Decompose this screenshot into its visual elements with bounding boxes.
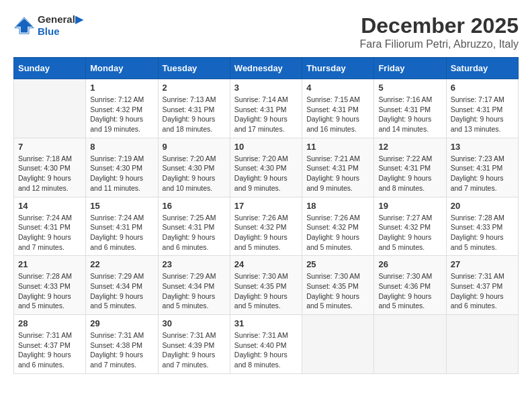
day-info: Sunrise: 7:15 AM Sunset: 4:31 PM Dayligh…	[306, 95, 369, 134]
calendar-cell: 6Sunrise: 7:17 AM Sunset: 4:31 PM Daylig…	[446, 79, 518, 138]
day-number: 28	[18, 318, 81, 328]
calendar-cell: 28Sunrise: 7:31 AM Sunset: 4:37 PM Dayli…	[14, 315, 86, 374]
day-number: 5	[378, 83, 441, 93]
day-number: 15	[90, 201, 153, 211]
day-number: 21	[18, 259, 81, 269]
day-info: Sunrise: 7:27 AM Sunset: 4:32 PM Dayligh…	[378, 213, 441, 253]
day-info: Sunrise: 7:18 AM Sunset: 4:30 PM Dayligh…	[18, 154, 81, 193]
logo: General▶ Blue	[13, 13, 83, 37]
day-info: Sunrise: 7:20 AM Sunset: 4:30 PM Dayligh…	[234, 154, 298, 193]
day-number: 10	[234, 142, 298, 152]
day-number: 30	[163, 318, 226, 328]
calendar-header-thursday: Thursday	[302, 58, 374, 79]
day-number: 25	[306, 259, 369, 269]
day-info: Sunrise: 7:21 AM Sunset: 4:31 PM Dayligh…	[306, 154, 369, 193]
day-number: 29	[90, 318, 153, 328]
calendar-cell: 15Sunrise: 7:24 AM Sunset: 4:31 PM Dayli…	[86, 197, 158, 256]
day-info: Sunrise: 7:24 AM Sunset: 4:31 PM Dayligh…	[90, 213, 153, 253]
month-title: December 2025	[359, 13, 519, 38]
day-number: 31	[234, 318, 298, 328]
calendar-cell: 3Sunrise: 7:14 AM Sunset: 4:31 PM Daylig…	[230, 79, 302, 138]
calendar-cell: 30Sunrise: 7:31 AM Sunset: 4:39 PM Dayli…	[158, 315, 230, 374]
calendar-cell: 26Sunrise: 7:30 AM Sunset: 4:36 PM Dayli…	[374, 256, 446, 315]
calendar-cell: 5Sunrise: 7:16 AM Sunset: 4:31 PM Daylig…	[374, 79, 446, 138]
day-number: 8	[90, 142, 153, 152]
page-header: General▶ Blue December 2025 Fara Filioru…	[13, 13, 519, 50]
day-number: 4	[306, 83, 369, 93]
day-info: Sunrise: 7:28 AM Sunset: 4:33 PM Dayligh…	[18, 271, 81, 311]
calendar-cell: 10Sunrise: 7:20 AM Sunset: 4:30 PM Dayli…	[230, 138, 302, 197]
day-number: 20	[451, 201, 514, 211]
day-number: 23	[163, 259, 226, 269]
calendar-cell: 8Sunrise: 7:19 AM Sunset: 4:30 PM Daylig…	[86, 138, 158, 197]
day-info: Sunrise: 7:16 AM Sunset: 4:31 PM Dayligh…	[378, 95, 441, 134]
day-info: Sunrise: 7:30 AM Sunset: 4:36 PM Dayligh…	[378, 271, 441, 311]
calendar-cell	[446, 315, 518, 374]
calendar-cell	[302, 315, 374, 374]
calendar-header-sunday: Sunday	[14, 58, 86, 79]
calendar-cell: 24Sunrise: 7:30 AM Sunset: 4:35 PM Dayli…	[230, 256, 302, 315]
day-number: 13	[451, 142, 514, 152]
day-number: 9	[163, 142, 226, 152]
calendar-table: SundayMondayTuesdayWednesdayThursdayFrid…	[13, 57, 519, 374]
day-info: Sunrise: 7:29 AM Sunset: 4:34 PM Dayligh…	[163, 271, 226, 311]
day-info: Sunrise: 7:13 AM Sunset: 4:31 PM Dayligh…	[163, 95, 226, 134]
calendar-cell: 7Sunrise: 7:18 AM Sunset: 4:30 PM Daylig…	[14, 138, 86, 197]
day-info: Sunrise: 7:29 AM Sunset: 4:34 PM Dayligh…	[90, 271, 153, 311]
day-info: Sunrise: 7:12 AM Sunset: 4:32 PM Dayligh…	[90, 95, 153, 134]
calendar-cell: 20Sunrise: 7:28 AM Sunset: 4:33 PM Dayli…	[446, 197, 518, 256]
day-number: 11	[306, 142, 369, 152]
day-info: Sunrise: 7:24 AM Sunset: 4:31 PM Dayligh…	[18, 213, 81, 253]
location-title: Fara Filiorum Petri, Abruzzo, Italy	[359, 38, 519, 50]
title-area: December 2025 Fara Filiorum Petri, Abruz…	[359, 13, 519, 50]
day-info: Sunrise: 7:26 AM Sunset: 4:32 PM Dayligh…	[306, 213, 369, 253]
calendar-cell: 4Sunrise: 7:15 AM Sunset: 4:31 PM Daylig…	[302, 79, 374, 138]
calendar-cell: 27Sunrise: 7:31 AM Sunset: 4:37 PM Dayli…	[446, 256, 518, 315]
day-info: Sunrise: 7:30 AM Sunset: 4:35 PM Dayligh…	[306, 271, 369, 311]
day-number: 16	[163, 201, 226, 211]
calendar-cell: 25Sunrise: 7:30 AM Sunset: 4:35 PM Dayli…	[302, 256, 374, 315]
day-info: Sunrise: 7:17 AM Sunset: 4:31 PM Dayligh…	[451, 95, 514, 134]
logo-icon	[13, 16, 35, 35]
calendar-header-tuesday: Tuesday	[158, 58, 230, 79]
day-info: Sunrise: 7:20 AM Sunset: 4:30 PM Dayligh…	[163, 154, 226, 193]
calendar-cell: 31Sunrise: 7:31 AM Sunset: 4:40 PM Dayli…	[230, 315, 302, 374]
calendar-cell: 19Sunrise: 7:27 AM Sunset: 4:32 PM Dayli…	[374, 197, 446, 256]
day-info: Sunrise: 7:23 AM Sunset: 4:31 PM Dayligh…	[451, 154, 514, 193]
calendar-header-monday: Monday	[86, 58, 158, 79]
day-number: 17	[234, 201, 298, 211]
day-info: Sunrise: 7:31 AM Sunset: 4:39 PM Dayligh…	[163, 330, 226, 370]
calendar-cell: 12Sunrise: 7:22 AM Sunset: 4:31 PM Dayli…	[374, 138, 446, 197]
calendar-cell: 21Sunrise: 7:28 AM Sunset: 4:33 PM Dayli…	[14, 256, 86, 315]
calendar-cell: 11Sunrise: 7:21 AM Sunset: 4:31 PM Dayli…	[302, 138, 374, 197]
day-info: Sunrise: 7:31 AM Sunset: 4:37 PM Dayligh…	[451, 271, 514, 311]
day-info: Sunrise: 7:31 AM Sunset: 4:38 PM Dayligh…	[90, 330, 153, 370]
calendar-header-wednesday: Wednesday	[230, 58, 302, 79]
day-info: Sunrise: 7:14 AM Sunset: 4:31 PM Dayligh…	[234, 95, 298, 134]
day-number: 19	[378, 201, 441, 211]
calendar-week-row: 7Sunrise: 7:18 AM Sunset: 4:30 PM Daylig…	[14, 138, 519, 197]
day-info: Sunrise: 7:19 AM Sunset: 4:30 PM Dayligh…	[90, 154, 153, 193]
calendar-header-friday: Friday	[374, 58, 446, 79]
calendar-week-row: 1Sunrise: 7:12 AM Sunset: 4:32 PM Daylig…	[14, 79, 519, 138]
day-number: 1	[90, 83, 153, 93]
day-number: 27	[451, 259, 514, 269]
logo-text: General▶ Blue	[38, 13, 83, 37]
calendar-cell	[374, 315, 446, 374]
calendar-cell: 2Sunrise: 7:13 AM Sunset: 4:31 PM Daylig…	[158, 79, 230, 138]
calendar-cell: 23Sunrise: 7:29 AM Sunset: 4:34 PM Dayli…	[158, 256, 230, 315]
day-info: Sunrise: 7:31 AM Sunset: 4:40 PM Dayligh…	[234, 330, 298, 370]
day-info: Sunrise: 7:31 AM Sunset: 4:37 PM Dayligh…	[18, 330, 81, 370]
day-number: 22	[90, 259, 153, 269]
calendar-week-row: 28Sunrise: 7:31 AM Sunset: 4:37 PM Dayli…	[14, 315, 519, 374]
calendar-cell: 16Sunrise: 7:25 AM Sunset: 4:31 PM Dayli…	[158, 197, 230, 256]
calendar-cell: 1Sunrise: 7:12 AM Sunset: 4:32 PM Daylig…	[86, 79, 158, 138]
calendar-week-row: 14Sunrise: 7:24 AM Sunset: 4:31 PM Dayli…	[14, 197, 519, 256]
calendar-cell: 17Sunrise: 7:26 AM Sunset: 4:32 PM Dayli…	[230, 197, 302, 256]
day-info: Sunrise: 7:30 AM Sunset: 4:35 PM Dayligh…	[234, 271, 298, 311]
day-info: Sunrise: 7:22 AM Sunset: 4:31 PM Dayligh…	[378, 154, 441, 193]
day-number: 12	[378, 142, 441, 152]
calendar-cell: 14Sunrise: 7:24 AM Sunset: 4:31 PM Dayli…	[14, 197, 86, 256]
calendar-header-row: SundayMondayTuesdayWednesdayThursdayFrid…	[14, 58, 519, 79]
day-number: 18	[306, 201, 369, 211]
